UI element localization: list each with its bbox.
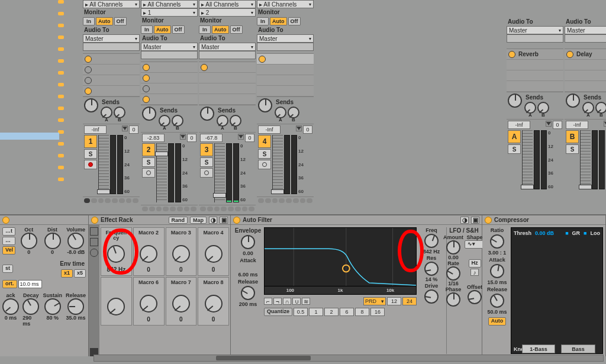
clip-slot-empty[interactable] (507, 70, 563, 81)
clip-slot-empty[interactable] (507, 60, 563, 70)
clip-slot-empty[interactable] (199, 73, 256, 83)
hot-swap-icon[interactable]: ◑ (460, 217, 469, 224)
x5-button[interactable]: x5 (74, 269, 86, 278)
device-activator[interactable] (91, 217, 98, 224)
send-b-knob[interactable] (288, 107, 299, 118)
output-channel[interactable] (257, 43, 314, 51)
midi-channel-select[interactable]: ▸ All Channels▾ (83, 0, 140, 8)
output-channel[interactable] (565, 34, 606, 43)
send-a-knob[interactable] (275, 107, 286, 118)
volume-value[interactable]: -67.8 (200, 134, 223, 142)
clip-slot[interactable] (199, 62, 256, 73)
audio-to-select[interactable]: Master▾ (507, 26, 563, 34)
clip-slot-empty[interactable] (257, 65, 314, 75)
device-activator[interactable] (233, 217, 240, 224)
clip-slot-empty[interactable] (565, 70, 606, 81)
audio-to-select[interactable]: Master▾ (257, 34, 314, 43)
send-b-knob[interactable] (537, 102, 549, 114)
device-activator[interactable] (485, 217, 492, 224)
show-chain-icon[interactable] (90, 238, 98, 246)
env-time-field[interactable]: 10.0 ms (18, 280, 42, 288)
ort-button[interactable]: ort. (2, 280, 17, 288)
pan-knob[interactable] (200, 107, 214, 121)
quantize-2[interactable]: 2 (324, 308, 339, 316)
quantize-0.5[interactable]: 0.5 (294, 308, 308, 316)
quantize-16[interactable]: 16 (370, 308, 385, 316)
send-b-knob[interactable] (114, 107, 125, 118)
clip-slot[interactable] (83, 54, 140, 65)
chain-tab-1-bass[interactable]: 1-Bass (522, 344, 555, 353)
volume-knob[interactable]: Volume -8.0 dB (66, 227, 86, 255)
crossfade-assign[interactable] (83, 197, 140, 205)
volume-fader[interactable] (98, 135, 109, 194)
filter-type-hp-icon[interactable]: ¬ (273, 298, 282, 305)
clip-slot-empty[interactable] (565, 60, 606, 70)
send-b-knob[interactable] (172, 115, 183, 127)
lfo-amount-knob[interactable] (446, 240, 460, 255)
track-activator[interactable]: B (566, 130, 579, 143)
auto-release-button[interactable]: Auto (488, 317, 507, 326)
clip-play-icon[interactable] (85, 56, 92, 63)
arm-button[interactable] (200, 168, 213, 178)
macro-knob[interactable] (205, 245, 223, 263)
solo-button[interactable]: S (566, 144, 579, 154)
monitor-in[interactable]: In (83, 17, 95, 25)
macro-8[interactable]: Macro 8 0 (198, 277, 229, 326)
chain-tab-bass[interactable]: Bass (561, 344, 595, 353)
clip-slot[interactable] (141, 83, 198, 94)
quantize-8[interactable]: 8 (355, 308, 369, 316)
clip-play-icon[interactable] (259, 56, 266, 63)
thresh-value[interactable]: 0.00 dB (535, 230, 554, 236)
lfo-phase-knob[interactable] (446, 292, 460, 307)
filter-type-lp-icon[interactable]: ⌐ (264, 298, 272, 305)
monitor-in[interactable]: In (257, 17, 269, 25)
macro-4[interactable]: Macro 4 0 (198, 227, 229, 276)
clip-play-icon[interactable] (201, 64, 208, 71)
macro-knob[interactable] (107, 245, 125, 263)
peak-indicator[interactable] (180, 134, 186, 140)
macro-knob[interactable] (140, 295, 157, 313)
prd-select[interactable]: PRD▾ (363, 297, 386, 305)
pan-knob[interactable] (84, 98, 98, 112)
volume-value[interactable]: -Inf (508, 121, 530, 129)
send-a-knob[interactable] (217, 115, 228, 127)
send-b-knob[interactable] (595, 102, 606, 114)
track-activator[interactable]: 3 (200, 143, 213, 156)
attack-knob[interactable]: ack 0 ms (2, 293, 19, 321)
output-channel[interactable] (83, 43, 140, 51)
filter-graph[interactable]: 100 1k 10k ⌐ ¬ ∩ ∪ ≋ PRD▾ 12 24 Quantize (264, 227, 417, 354)
env-amount-knob[interactable] (241, 235, 255, 249)
segment-button[interactable]: …t (2, 227, 15, 236)
freq-knob[interactable] (424, 234, 439, 248)
clip-slot-empty[interactable] (257, 86, 314, 96)
clip-slot-empty[interactable] (507, 81, 563, 92)
volume-fader[interactable] (214, 143, 225, 202)
solo-button[interactable]: S (258, 149, 271, 159)
arm-button[interactable] (142, 168, 155, 178)
peak-indicator[interactable] (604, 121, 606, 127)
crossfade-assign[interactable] (141, 205, 198, 213)
slope-12[interactable]: 12 (387, 297, 401, 305)
send-b-knob[interactable] (230, 115, 241, 127)
comp-release-knob[interactable] (490, 294, 504, 308)
shape-select[interactable]: ∿▾ (465, 240, 485, 249)
pan-knob[interactable] (142, 107, 156, 121)
monitor-auto[interactable]: Auto (154, 25, 171, 34)
save-preset-icon[interactable]: ▣ (471, 217, 479, 224)
clip-slot-empty[interactable] (199, 83, 256, 94)
solo-button[interactable]: S (142, 157, 155, 167)
ratio-knob[interactable] (490, 234, 504, 249)
hz-button[interactable]: Hz (469, 259, 481, 268)
track-activator[interactable]: 1 (84, 135, 97, 148)
clip-play-icon[interactable] (143, 64, 150, 71)
macro-knob[interactable] (205, 295, 223, 313)
monitor-off[interactable]: Off (114, 17, 127, 25)
comp-attack-knob[interactable] (490, 264, 504, 278)
macro-5[interactable] (101, 277, 132, 326)
release-knob[interactable] (241, 286, 255, 300)
clip-slot[interactable] (141, 94, 198, 105)
sync-icon[interactable]: ♪ (470, 269, 479, 276)
send-a-knob[interactable] (159, 115, 170, 127)
volume-value[interactable]: -2.83 (142, 134, 165, 142)
st-field[interactable]: st (2, 265, 13, 273)
